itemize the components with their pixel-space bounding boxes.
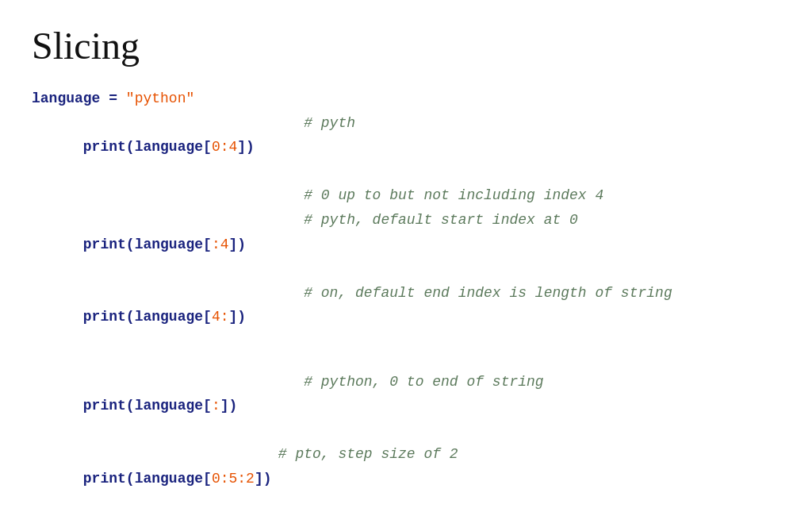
code-line-1: language = "python" — [32, 87, 780, 111]
code-line-2b: # 0 up to but not including index 4 — [32, 183, 780, 208]
code-line-3: print(language[:4]) # pyth, default star… — [32, 208, 780, 281]
code-block: language = "python" print(language[0:4])… — [32, 87, 780, 508]
code-line-5: print(language[:]) # python, 0 to end of… — [32, 370, 780, 443]
page-title: Slicing — [32, 24, 780, 67]
comment-0-to-end: # python, 0 to end of string — [270, 370, 544, 394]
code-line-6: print(language[0:5:2]) # pto, step size … — [32, 442, 780, 508]
spacer-1 — [32, 354, 780, 370]
keyword-language: language — [32, 87, 100, 111]
code-line-4: print(language[4:]) # on, default end in… — [32, 281, 780, 354]
comment-step-size-2: # pto, step size of 2 — [270, 442, 458, 467]
comment-default-end: # on, default end index is length of str… — [270, 281, 672, 306]
comment-pyth: # pyth — [270, 111, 355, 136]
equals-sign: = — [100, 87, 125, 111]
comment-0-up-to: # 0 up to but not including index 4 — [270, 183, 603, 208]
keyword-print: print — [83, 139, 126, 155]
comment-default-start: # pyth, default start index at 0 — [270, 208, 578, 233]
string-python: "python" — [126, 87, 194, 111]
code-line-2: print(language[0:4]) # pyth — [32, 111, 780, 184]
